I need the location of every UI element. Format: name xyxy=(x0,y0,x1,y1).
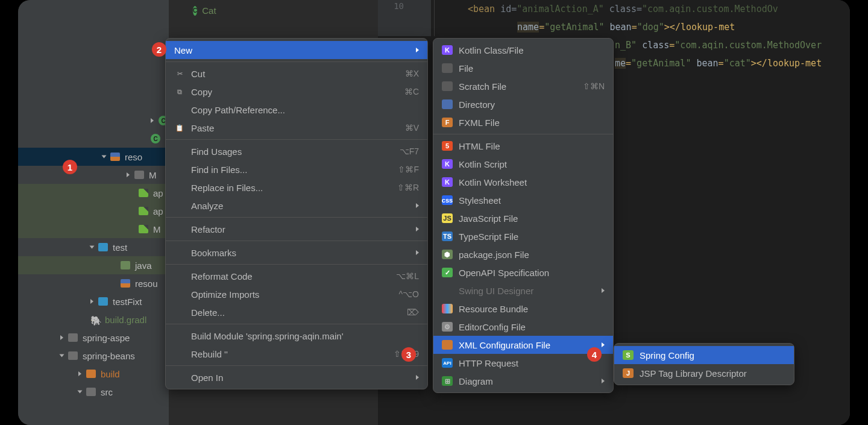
menu-item[interactable]: Delete...⌦ xyxy=(166,303,427,321)
tree-row[interactable]: resou xyxy=(18,274,169,292)
resources-folder-icon xyxy=(121,279,130,288)
menu-item[interactable]: File xyxy=(433,59,613,77)
editor-ruler xyxy=(434,0,435,36)
menu-item[interactable]: ⚙EditorConfig File xyxy=(433,318,613,336)
shortcut: ⌘X xyxy=(405,69,419,78)
menu-item[interactable]: Find in Files...⇧⌘F xyxy=(166,160,427,178)
menu-item[interactable]: ✂Cut⌘X xyxy=(166,65,427,83)
filetype-icon xyxy=(442,81,453,91)
menu-item[interactable]: KKotlin Script xyxy=(433,155,613,173)
filetype-icon: ⬢ xyxy=(442,250,453,259)
shortcut: ⇧⌘R xyxy=(397,183,419,192)
menu-item-label: Analyze xyxy=(191,201,410,211)
separator xyxy=(166,365,427,366)
tree-row[interactable]: spring-aspe xyxy=(18,329,169,347)
tree-row[interactable]: reso xyxy=(18,148,169,166)
spacer xyxy=(174,165,185,174)
menu-item[interactable]: Rebuild ''⇧⌘F9 xyxy=(166,345,427,363)
annotation-badge-4: 4 xyxy=(587,347,602,362)
chevron-icon[interactable] xyxy=(60,335,63,340)
menu-item[interactable]: JSJavaScript File xyxy=(433,209,613,227)
menu-item[interactable]: SSpring Config xyxy=(614,346,794,364)
tree-row[interactable]: ap xyxy=(18,184,169,202)
shortcut: ⇧⌘N xyxy=(583,81,605,91)
tree-row[interactable]: Cat xyxy=(18,0,193,21)
annotation-badge-1: 1 xyxy=(63,160,77,174)
menu-item-label: Directory xyxy=(459,99,605,110)
menu-item[interactable]: Analyze xyxy=(166,197,427,215)
menu-item[interactable]: Directory xyxy=(433,95,613,113)
chevron-right-icon xyxy=(416,375,419,380)
context-menu[interactable]: New✂Cut⌘X⧉Copy⌘CCopy Path/Reference...📋P… xyxy=(165,38,428,389)
class-icon xyxy=(151,134,160,143)
menu-item[interactable]: 📋Paste⌘V xyxy=(166,119,427,137)
menu-item[interactable]: ⧉Copy⌘C xyxy=(166,83,427,101)
menu-item[interactable]: cssStylesheet xyxy=(433,191,613,209)
tree-row[interactable]: M xyxy=(18,166,169,184)
menu-item[interactable]: Refactor xyxy=(166,220,427,238)
menu-item[interactable]: APIHTTP Request xyxy=(433,354,613,372)
menu-item[interactable]: KKotlin Class/File xyxy=(433,41,613,59)
menu-item[interactable]: Copy Path/Reference... xyxy=(166,101,427,119)
chevron-icon[interactable] xyxy=(78,371,81,376)
menu-item[interactable]: New xyxy=(166,41,427,59)
menu-item[interactable]: XML Configuration File xyxy=(433,336,613,354)
filetype-icon: ⊞ xyxy=(442,376,453,386)
menu-item[interactable]: Build Module 'spring.spring-aqin.main' xyxy=(166,327,427,345)
menu-item-label: Cut xyxy=(191,69,399,79)
tree-row[interactable]: src xyxy=(18,383,169,401)
new-submenu[interactable]: KKotlin Class/FileFileScratch File⇧⌘NDir… xyxy=(433,38,614,393)
filetype-icon xyxy=(442,304,453,313)
copy-icon: ⧉ xyxy=(174,87,185,96)
menu-item-label: TypeScript File xyxy=(459,231,605,242)
menu-item[interactable]: Open In xyxy=(166,368,427,386)
tree-row[interactable]: 🐘build.gradl xyxy=(18,310,169,329)
tree-row[interactable] xyxy=(18,112,169,130)
tree-row[interactable]: java xyxy=(18,256,169,274)
menu-item[interactable]: ⬢package.json File xyxy=(433,245,613,263)
menu-item[interactable]: ⊞Diagram xyxy=(433,372,613,390)
menu-item[interactable]: Resource Bundle xyxy=(433,300,613,318)
shortcut: ⌦ xyxy=(407,307,419,317)
shortcut: ⇧⌘F xyxy=(398,165,419,174)
filetype-icon: 5 xyxy=(442,141,453,151)
module-folder-icon xyxy=(98,243,108,251)
project-tool-window[interactable]: CatresoMapapMtestjavaresoutestFixt🐘build… xyxy=(18,0,169,425)
tree-row[interactable]: test xyxy=(18,238,169,256)
chevron-icon[interactable] xyxy=(151,118,154,123)
menu-item[interactable]: ✓OpenAPI Specification xyxy=(433,263,613,282)
tree-row[interactable]: ap xyxy=(18,202,169,220)
menu-item-label: OpenAPI Specification xyxy=(459,268,605,278)
menu-item: Swing UI Designer xyxy=(433,282,613,300)
chevron-icon[interactable] xyxy=(102,156,107,159)
xml-config-submenu[interactable]: SSpring ConfigJJSP Tag Library Descripto… xyxy=(614,343,794,385)
tree-row[interactable] xyxy=(18,130,169,148)
menu-item[interactable]: TSTypeScript File xyxy=(433,227,613,245)
tree-row[interactable]: testFixt xyxy=(18,292,169,310)
menu-item[interactable]: KKotlin Worksheet xyxy=(433,173,613,191)
spring-file-icon xyxy=(139,189,148,197)
chevron-icon[interactable] xyxy=(60,354,64,357)
menu-item[interactable]: Replace in Files...⇧⌘R xyxy=(166,178,427,197)
menu-item[interactable]: Optimize Imports^⌥O xyxy=(166,285,427,303)
menu-item[interactable]: JJSP Tag Library Descriptor xyxy=(614,364,794,382)
tree-row[interactable]: build xyxy=(18,365,169,383)
tree-item-label: src xyxy=(101,387,113,397)
chevron-icon[interactable] xyxy=(127,172,130,177)
tree-row[interactable] xyxy=(18,21,199,39)
tree-row[interactable]: spring-beans xyxy=(18,347,169,365)
menu-item[interactable]: Reformat Code⌥⌘L xyxy=(166,267,427,285)
separator xyxy=(433,134,613,134)
tree-row[interactable]: M xyxy=(18,220,169,238)
menu-item[interactable]: Find Usages⌥F7 xyxy=(166,142,427,160)
chevron-icon[interactable] xyxy=(90,299,93,304)
chevron-right-icon xyxy=(416,203,419,208)
menu-item[interactable]: 5HTML File xyxy=(433,137,613,155)
menu-item[interactable]: Bookmarks xyxy=(166,244,427,262)
menu-item-label: Refactor xyxy=(191,224,410,235)
menu-item-label: XML Configuration File xyxy=(459,340,596,350)
chevron-icon[interactable] xyxy=(78,391,83,394)
menu-item[interactable]: Scratch File⇧⌘N xyxy=(433,77,613,95)
menu-item[interactable]: FFXML File xyxy=(433,113,613,131)
chevron-icon[interactable] xyxy=(90,246,95,249)
